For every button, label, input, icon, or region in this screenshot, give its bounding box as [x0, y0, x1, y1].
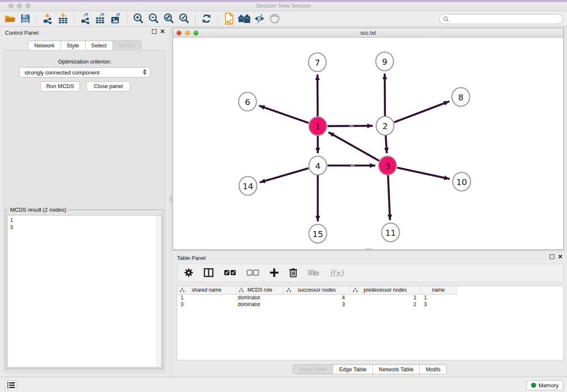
- network-window-titlebar[interactable]: ✕ − ＋ scc.txt: [173, 28, 563, 38]
- node-table[interactable]: shared name MCDS role successor nodes pr…: [177, 286, 564, 360]
- network-view-window: ✕ − ＋ scc.txt 1234678910111415: [173, 28, 564, 250]
- column-edit-icon: [239, 288, 244, 294]
- table-cell[interactable]: 3: [421, 301, 456, 308]
- checked-boxes-icon: [224, 270, 237, 276]
- search-icon: [443, 16, 449, 22]
- tab-network-table[interactable]: Network Table: [373, 365, 420, 374]
- open-session-button[interactable]: [3, 12, 18, 25]
- graph-edge-1-7[interactable]: [317, 75, 318, 116]
- toolbar-separator: [195, 12, 195, 25]
- plus-icon: [270, 268, 279, 277]
- graph-edge-2-8[interactable]: [394, 101, 449, 122]
- tab-style[interactable]: Style: [61, 41, 85, 50]
- graph-node-label: 2: [383, 121, 388, 131]
- delete-columns-button[interactable]: [289, 268, 297, 279]
- eye-icon: [269, 13, 280, 24]
- graph-edge-3-10[interactable]: [397, 168, 449, 179]
- table-cell[interactable]: 3: [284, 301, 350, 308]
- zoom-out-button[interactable]: [146, 12, 161, 25]
- table-cell[interactable]: 3: [177, 301, 236, 308]
- control-panel: Control Panel ✕ Network Style Select MCD…: [0, 27, 169, 377]
- export-table-button[interactable]: [93, 12, 108, 25]
- search-input[interactable]: [451, 16, 562, 22]
- graph-edge-3-11[interactable]: [388, 175, 390, 220]
- float-panel-icon[interactable]: [152, 29, 157, 34]
- import-table-button[interactable]: [55, 12, 71, 25]
- column-header-shared-name[interactable]: shared name: [177, 286, 236, 294]
- panel-splitter[interactable]: [169, 27, 173, 377]
- tab-node-table[interactable]: Node Table: [293, 365, 333, 374]
- window-title: Session: New Session: [0, 3, 567, 9]
- add-column-button[interactable]: [270, 268, 279, 279]
- graph-edge-2-3[interactable]: [385, 135, 387, 153]
- export-image-button[interactable]: [108, 12, 124, 25]
- column-header-successor-nodes[interactable]: successor nodes: [284, 286, 350, 294]
- column-header-name[interactable]: name: [421, 286, 456, 294]
- graph-edge-4-14[interactable]: [260, 168, 308, 182]
- tab-motifs[interactable]: Motifs: [420, 365, 446, 374]
- run-mcds-button[interactable]: Run MCDS: [40, 81, 80, 91]
- tab-select[interactable]: Select: [85, 41, 113, 50]
- reset-view-button[interactable]: [237, 12, 252, 25]
- eye-slash-icon: [253, 13, 265, 24]
- table-cell[interactable]: 2: [350, 301, 421, 308]
- close-table-panel-icon[interactable]: ✕: [558, 254, 563, 259]
- tab-edge-table[interactable]: Edge Table: [333, 365, 373, 374]
- column-header-predecessor-nodes[interactable]: predecessor nodes: [350, 286, 421, 294]
- float-table-panel-icon[interactable]: [550, 254, 554, 259]
- task-history-button[interactable]: [5, 380, 17, 390]
- graph-edge-1-6[interactable]: [259, 106, 308, 123]
- table-cell[interactable]: 4: [284, 294, 350, 301]
- criterion-value: strongly connected component: [25, 69, 99, 76]
- task-list-icon: [7, 382, 15, 388]
- save-session-button[interactable]: [18, 12, 33, 25]
- select-all-columns-button[interactable]: [224, 270, 237, 277]
- result-scrollbar[interactable]: [157, 215, 161, 367]
- table-header-row: shared name MCDS role successor nodes pr…: [177, 286, 563, 294]
- function-builder-button[interactable]: f(x): [330, 268, 344, 278]
- clone-network-icon: [223, 12, 235, 25]
- criterion-select[interactable]: strongly connected component: [19, 67, 150, 77]
- zoom-in-button[interactable]: [131, 12, 146, 25]
- search-field[interactable]: [439, 14, 563, 24]
- mcds-result-textarea[interactable]: 1 3: [7, 215, 162, 367]
- graph-node-label: 9: [382, 57, 388, 67]
- column-header-mcds-role[interactable]: MCDS role: [236, 286, 284, 294]
- tab-mcds[interactable]: MCDS: [113, 41, 141, 50]
- zoom-fit-button[interactable]: [161, 12, 176, 25]
- toggle-panel-button[interactable]: [204, 268, 214, 279]
- memory-status-icon: [531, 383, 536, 388]
- table-cell[interactable]: 1: [421, 294, 456, 301]
- table-cell[interactable]: 1: [177, 294, 236, 301]
- splitter-handle[interactable]: [170, 195, 172, 203]
- folder-open-icon: [4, 14, 16, 24]
- unchecked-boxes-icon: [247, 270, 259, 276]
- table-cell[interactable]: dominator: [236, 301, 284, 308]
- deselect-all-columns-button[interactable]: [247, 270, 259, 277]
- mcds-result-title: MCDS result (2 nodes): [8, 207, 68, 213]
- hide-graphics-details-button[interactable]: [252, 12, 267, 25]
- table-cell[interactable]: 1: [350, 294, 421, 301]
- export-image-icon: [110, 13, 122, 25]
- tab-network[interactable]: Network: [28, 41, 61, 50]
- export-network-button[interactable]: [78, 12, 93, 25]
- network-canvas-svg[interactable]: 1234678910111415: [173, 38, 563, 249]
- network-splitter-handle[interactable]: [366, 248, 371, 251]
- memory-button[interactable]: Memory: [526, 380, 563, 390]
- table-settings-button[interactable]: [184, 268, 193, 279]
- close-panel-icon[interactable]: ✕: [160, 29, 165, 34]
- control-panel-header: Control Panel ✕: [0, 27, 169, 39]
- zoom-selected-button[interactable]: [176, 12, 192, 25]
- close-panel-button[interactable]: Close panel: [86, 81, 130, 91]
- refresh-styles-button[interactable]: [199, 12, 214, 25]
- table-row[interactable]: 1dominator411: [177, 294, 563, 301]
- graph-node-label: 1: [315, 121, 321, 132]
- import-network-button[interactable]: [40, 12, 55, 25]
- delete-table-button[interactable]: [308, 269, 319, 278]
- graph-edge-3-1[interactable]: [328, 132, 379, 160]
- graph-edge-2-9[interactable]: [385, 74, 385, 116]
- clone-network-button[interactable]: [221, 12, 237, 25]
- show-graphics-details-button[interactable]: [267, 12, 282, 25]
- table-row[interactable]: 3dominator323: [177, 301, 563, 308]
- table-cell[interactable]: dominator: [236, 294, 284, 301]
